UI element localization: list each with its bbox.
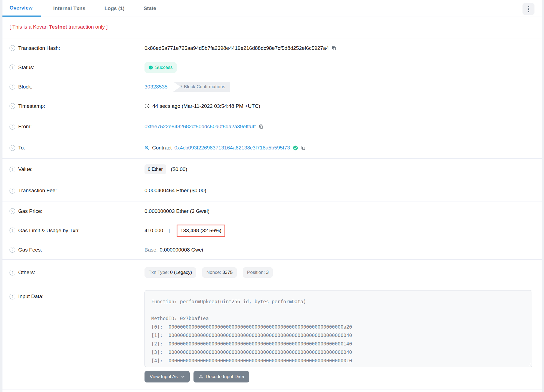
- timestamp-label: Timestamp:: [18, 103, 45, 109]
- help-icon[interactable]: ?: [10, 124, 15, 130]
- gas-fees-label: Gas Fees:: [18, 247, 42, 253]
- row-transaction-hash: ? Transaction Hash: 0x86ed5a771e725aa94d…: [2, 38, 542, 58]
- value-amount-badge: 0 Ether: [145, 164, 166, 174]
- row-transaction-fee: ? Transaction Fee: 0.000400464 Ether ($0…: [2, 180, 542, 201]
- help-icon[interactable]: ?: [10, 84, 15, 90]
- input-param-line: [1]: 00000000000000000000000000000000000…: [151, 331, 525, 340]
- kebab-dot: [528, 11, 529, 12]
- from-label: From:: [18, 124, 32, 130]
- section-addresses: ? From: 0xfee7522e8482682cf50ddc50a0f8da…: [2, 116, 542, 159]
- chevron-down-icon: [181, 376, 185, 378]
- row-to: ? To: Contract 0x4cb093f226983713164a621…: [2, 137, 542, 158]
- status-label: Status:: [18, 65, 34, 71]
- transaction-card: Overview Internal Txns Logs (1) State [ …: [2, 0, 542, 392]
- clock-icon: [145, 103, 150, 109]
- row-gas-limit-usage: ? Gas Limit & Usage by Txn: 410,000 | 13…: [2, 221, 542, 240]
- row-from: ? From: 0xfee7522e8482682cf50ddc50a0f8da…: [2, 116, 542, 137]
- transaction-page: Overview Internal Txns Logs (1) State [ …: [0, 0, 544, 392]
- to-label: To:: [18, 145, 25, 151]
- help-icon[interactable]: ?: [10, 45, 15, 51]
- decode-input-data-button[interactable]: Decode Input Data: [193, 371, 250, 382]
- transaction-fee-value: 0.000400464 Ether ($0.00): [145, 188, 206, 194]
- gas-usage-highlight-box: 133,488 (32.56%): [177, 225, 225, 237]
- input-param-line: [2]: 00000000000000000000000000000000000…: [151, 340, 525, 348]
- transaction-fee-label: Transaction Fee:: [18, 188, 57, 194]
- row-value: ? Value: 0 Ether ($0.00): [2, 159, 542, 180]
- input-param-line: [3]: 00000000000000000000000000000000000…: [151, 348, 525, 357]
- to-contract-kind: Contract: [152, 145, 172, 151]
- help-icon[interactable]: ?: [10, 65, 15, 70]
- testnet-notice: [ This is a Kovan Testnet transaction on…: [2, 17, 542, 38]
- kebab-menu-button[interactable]: [523, 3, 534, 15]
- tab-internal-txns[interactable]: Internal Txns: [47, 0, 92, 17]
- input-function-line: Function: performUpkeep(uint256 id, byte…: [151, 298, 525, 306]
- to-address-link[interactable]: 0x4cb093f226983713164a62138c3f718a5b595f…: [174, 145, 290, 151]
- kebab-dot: [528, 8, 529, 10]
- help-icon[interactable]: ?: [10, 167, 15, 172]
- input-param-line: [4]: 00000000000000000000000000000000000…: [151, 357, 525, 365]
- txn-type-badge: Txn Type: 0 (Legacy): [145, 267, 196, 278]
- row-input-data: ? Input Data: Function: performUpkeep(ui…: [2, 285, 542, 390]
- row-timestamp: ? Timestamp: 44 secs ago (Mar-11-2022 03…: [2, 96, 542, 116]
- copy-icon[interactable]: [259, 124, 263, 129]
- tab-state[interactable]: State: [137, 0, 163, 17]
- gas-price-label: Gas Price:: [18, 208, 42, 214]
- status-badge: Success: [145, 62, 177, 73]
- input-methodid-line: MethodID: 0x7bbaf1ea: [151, 314, 525, 323]
- kebab-dot: [528, 6, 529, 7]
- block-label: Block:: [18, 84, 32, 90]
- tab-bar: Overview Internal Txns Logs (1) State: [2, 0, 542, 17]
- nonce-badge: Nonce: 3375: [202, 267, 236, 278]
- input-data-label: Input Data:: [18, 293, 44, 299]
- input-param-line: [0]: 00000000000000000000000000000000000…: [151, 323, 525, 331]
- input-data-textarea[interactable]: Function: performUpkeep(uint256 id, byte…: [145, 290, 532, 367]
- position-badge: Position: 3: [243, 267, 273, 278]
- help-icon[interactable]: ?: [10, 228, 15, 233]
- resize-handle[interactable]: [527, 362, 531, 366]
- copy-icon[interactable]: [301, 145, 306, 150]
- gas-limit-value: 410,000: [145, 228, 163, 234]
- help-icon[interactable]: ?: [10, 145, 15, 151]
- gas-usage-value: 133,488 (32.56%): [180, 228, 222, 233]
- others-label: Others:: [18, 270, 35, 275]
- gas-limit-usage-label: Gas Limit & Usage by Txn:: [18, 228, 80, 234]
- section-gas: ? Gas Price: 0.000000003 Ether (3 Gwei) …: [2, 201, 542, 260]
- block-number-link[interactable]: 30328535: [145, 84, 168, 90]
- tab-overview[interactable]: Overview: [2, 0, 41, 17]
- decode-icon: [199, 375, 203, 379]
- block-confirmations-badge: 7 Block Confirmations: [173, 82, 230, 92]
- section-others: ? Others: Txn Type: 0 (Legacy) Nonce: 33…: [2, 260, 542, 390]
- input-param-line: [5]: 00000000000000000000000000000000000…: [151, 365, 525, 367]
- verified-check-icon: [293, 145, 298, 151]
- help-icon[interactable]: ?: [10, 247, 15, 253]
- help-icon[interactable]: ?: [10, 270, 15, 275]
- gas-fees-base-label: Base:: [145, 247, 158, 253]
- gas-fees-base-value: 0.000000008 Gwei: [160, 247, 203, 253]
- row-gas-fees: ? Gas Fees: Base: 0.000000008 Gwei: [2, 240, 542, 259]
- row-status: ? Status: Success: [2, 58, 542, 77]
- row-gas-price: ? Gas Price: 0.000000003 Ether (3 Gwei): [2, 201, 542, 221]
- view-input-as-button[interactable]: View Input As: [145, 371, 190, 382]
- timestamp-value: 44 secs ago (Mar-11-2022 03:54:48 PM +UT…: [152, 103, 260, 109]
- row-block: ? Block: 30328535 7 Block Confirmations: [2, 77, 542, 96]
- section-summary: ? Transaction Hash: 0x86ed5a771e725aa94d…: [2, 38, 542, 116]
- check-circle-icon: [149, 65, 153, 70]
- help-icon[interactable]: ?: [10, 188, 15, 194]
- tab-logs[interactable]: Logs (1): [98, 0, 131, 17]
- gas-price-value: 0.000000003 Ether (3 Gwei): [145, 208, 210, 214]
- help-icon[interactable]: ?: [10, 103, 15, 109]
- row-others: ? Others: Txn Type: 0 (Legacy) Nonce: 33…: [2, 260, 542, 285]
- zoom-in-icon[interactable]: [145, 145, 149, 150]
- value-label: Value:: [18, 166, 32, 172]
- transaction-hash-label: Transaction Hash:: [18, 45, 60, 51]
- from-address-link[interactable]: 0xfee7522e8482682cf50ddc50a0f8da2a39effa…: [145, 124, 256, 130]
- help-icon[interactable]: ?: [10, 208, 15, 214]
- value-fiat: ($0.00): [171, 166, 187, 172]
- gas-separator: |: [169, 228, 170, 234]
- transaction-hash-value: 0x86ed5a771e725aa94d5b7fa2398e4419e216d8…: [145, 45, 329, 51]
- section-value: ? Value: 0 Ether ($0.00) ? Transaction F…: [2, 159, 542, 201]
- copy-icon[interactable]: [331, 46, 336, 51]
- help-icon[interactable]: ?: [10, 294, 15, 299]
